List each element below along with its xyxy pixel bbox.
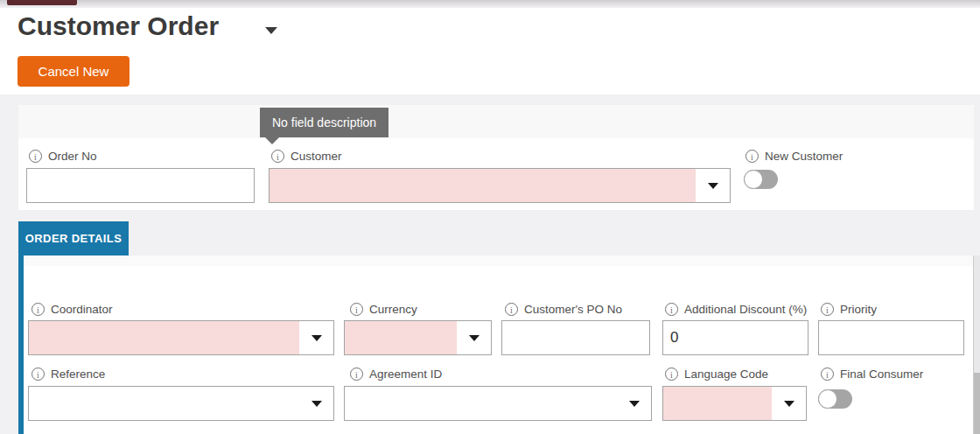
chevron-down-icon[interactable] (312, 401, 322, 407)
customers-po-no-input[interactable] (501, 320, 650, 355)
required-field-fill (29, 321, 299, 354)
info-icon[interactable]: i (665, 303, 678, 316)
order-details-panel-top (24, 256, 973, 266)
info-icon[interactable]: i (821, 368, 834, 381)
info-icon[interactable]: i (350, 303, 363, 316)
order-no-label-text: Order No (48, 150, 97, 163)
app-bar-fragment (7, 0, 77, 5)
info-icon[interactable]: i (746, 150, 759, 163)
toggle-knob (818, 389, 837, 409)
currency-label: i Currency (350, 303, 417, 316)
coordinator-label: i Coordinator (32, 303, 113, 316)
coordinator-combobox[interactable] (28, 320, 334, 355)
info-icon[interactable]: i (271, 150, 284, 163)
currency-label-text: Currency (369, 303, 417, 316)
info-icon[interactable]: i (350, 368, 363, 381)
additional-discount-label-text: Additional Discount (%) (684, 303, 807, 316)
order-no-label: i Order No (29, 150, 97, 163)
window-top-strip (0, 0, 980, 8)
chevron-down-icon[interactable] (708, 183, 718, 189)
tooltip-caret (265, 137, 279, 144)
customers-po-no-label-text: Customer's PO No (524, 303, 622, 316)
customer-order-page: Customer Order Cancel New i Order No i C… (0, 0, 980, 434)
language-code-label: i Language Code (665, 368, 768, 381)
final-consumer-label-text: Final Consumer (840, 368, 923, 381)
language-code-label-text: Language Code (684, 368, 768, 381)
info-icon[interactable]: i (821, 303, 834, 316)
customer-label: i Customer (271, 150, 342, 163)
new-customer-label-text: New Customer (765, 150, 843, 163)
customer-combobox[interactable] (269, 168, 731, 203)
info-icon[interactable]: i (505, 303, 518, 316)
coordinator-label-text: Coordinator (51, 303, 113, 316)
chevron-down-icon[interactable] (469, 335, 480, 341)
scrollbar-thumb[interactable] (974, 373, 980, 434)
chevron-down-icon[interactable] (784, 401, 794, 407)
final-consumer-label: i Final Consumer (821, 368, 923, 381)
info-icon[interactable]: i (32, 303, 45, 316)
chevron-down-icon[interactable] (312, 335, 322, 341)
field-fill (345, 387, 617, 420)
additional-discount-label: i Additional Discount (%) (665, 303, 807, 316)
chevron-down-icon[interactable] (265, 27, 277, 34)
agreement-id-label-text: Agreement ID (369, 368, 442, 381)
additional-discount-input[interactable]: 0 (662, 320, 808, 355)
new-customer-toggle[interactable] (744, 170, 778, 189)
new-customer-label: i New Customer (746, 150, 843, 163)
language-code-combobox[interactable] (662, 386, 807, 421)
info-icon[interactable]: i (32, 368, 45, 381)
currency-combobox[interactable] (344, 320, 492, 355)
priority-input[interactable] (818, 320, 964, 355)
final-consumer-toggle[interactable] (818, 389, 852, 409)
required-field-fill (663, 387, 772, 420)
page-title: Customer Order (18, 11, 219, 41)
record-header-card-top (18, 105, 974, 138)
info-icon[interactable]: i (29, 150, 42, 163)
toggle-knob (744, 170, 763, 189)
agreement-id-combobox[interactable] (344, 386, 652, 421)
vertical-scrollbar[interactable] (974, 256, 980, 434)
order-no-input[interactable] (26, 168, 255, 203)
customer-label-text: Customer (290, 150, 342, 163)
chevron-down-icon[interactable] (629, 401, 640, 407)
priority-label-text: Priority (840, 303, 877, 316)
reference-label: i Reference (32, 368, 105, 381)
info-icon[interactable]: i (665, 368, 678, 381)
field-fill (29, 387, 299, 420)
field-tooltip: No field description (260, 108, 388, 137)
panel-accent-bar (18, 256, 24, 434)
agreement-id-label: i Agreement ID (350, 368, 442, 381)
reference-label-text: Reference (51, 368, 105, 381)
reference-combobox[interactable] (28, 386, 334, 421)
customers-po-no-label: i Customer's PO No (505, 303, 622, 316)
required-field-fill (345, 321, 457, 354)
required-field-fill (270, 169, 696, 202)
tab-order-details[interactable]: ORDER DETAILS (18, 221, 129, 256)
priority-label: i Priority (821, 303, 877, 316)
cancel-new-button[interactable]: Cancel New (18, 56, 130, 87)
